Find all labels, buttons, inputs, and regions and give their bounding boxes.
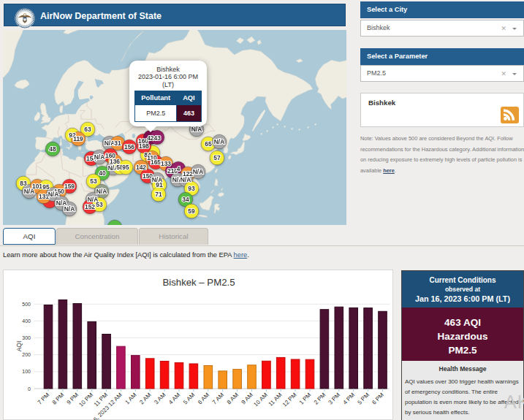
svg-text:4 AM: 4 AM	[167, 392, 181, 405]
svg-text:0: 0	[28, 386, 31, 392]
svg-text:40: 40	[99, 169, 106, 177]
svg-text:100: 100	[22, 369, 31, 374]
svg-text:1 PM: 1 PM	[298, 392, 313, 406]
svg-text:2 AM: 2 AM	[138, 392, 152, 405]
svg-text:4 PM: 4 PM	[342, 392, 357, 406]
svg-text:48: 48	[49, 145, 56, 153]
svg-text:N/A: N/A	[191, 126, 202, 133]
svg-text:N/A: N/A	[64, 205, 75, 213]
svg-text:59: 59	[188, 207, 195, 215]
svg-text:300: 300	[22, 335, 31, 340]
svg-text:198: 198	[139, 142, 149, 150]
svg-text:2 PM: 2 PM	[313, 392, 327, 406]
svg-text:4: 4	[177, 165, 181, 172]
svg-text:4243: 4243	[147, 134, 161, 142]
svg-text:3 PM: 3 PM	[327, 392, 342, 406]
svg-text:3 AM: 3 AM	[153, 392, 167, 405]
svg-text:5 AM: 5 AM	[182, 392, 196, 405]
svg-text:200: 200	[22, 352, 31, 357]
svg-text:12 PM: 12 PM	[281, 392, 298, 408]
svg-text:500: 500	[22, 302, 31, 307]
svg-text:119: 119	[73, 135, 83, 142]
svg-text:63: 63	[84, 126, 91, 133]
svg-text:156: 156	[124, 143, 134, 150]
svg-text:400: 400	[22, 318, 31, 324]
svg-text:159: 159	[64, 183, 75, 190]
svg-text:10 PM: 10 PM	[77, 392, 94, 408]
svg-text:N/A: N/A	[193, 168, 203, 175]
svg-text:93: 93	[188, 185, 195, 192]
svg-text:83: 83	[20, 180, 27, 187]
svg-text:10 AM: 10 AM	[252, 392, 269, 408]
svg-text:6 PM: 6 PM	[371, 392, 385, 406]
svg-text:142: 142	[136, 164, 146, 171]
svg-text:N/A: N/A	[48, 191, 58, 198]
svg-text:95: 95	[122, 164, 129, 171]
svg-text:6 AM: 6 AM	[197, 392, 210, 405]
svg-text:31: 31	[114, 140, 121, 147]
svg-text:N/A: N/A	[214, 138, 224, 145]
svg-text:34: 34	[182, 196, 189, 203]
svg-text:7 PM: 7 PM	[37, 392, 51, 406]
svg-text:8 PM: 8 PM	[51, 392, 66, 406]
svg-text:91: 91	[156, 181, 163, 188]
svg-text:165: 165	[151, 159, 161, 166]
svg-text:71: 71	[155, 191, 162, 198]
svg-text:65: 65	[205, 140, 212, 148]
svg-text:AQI: AQI	[15, 341, 23, 352]
svg-text:11 AM: 11 AM	[267, 392, 284, 408]
svg-text:N/A: N/A	[94, 153, 105, 161]
svg-text:7 AM: 7 AM	[211, 392, 225, 405]
svg-text:101: 101	[32, 183, 42, 190]
svg-text:53: 53	[96, 201, 103, 208]
svg-text:8 AM: 8 AM	[226, 392, 240, 405]
svg-text:95: 95	[42, 183, 50, 191]
svg-text:133: 133	[161, 160, 171, 167]
svg-text:57: 57	[213, 154, 221, 161]
svg-text:152: 152	[85, 203, 95, 210]
svg-text:1 AM: 1 AM	[124, 392, 137, 405]
svg-text:53: 53	[90, 177, 97, 185]
svg-text:N/A: N/A	[105, 140, 115, 147]
svg-text:N/A: N/A	[96, 188, 107, 195]
svg-text:N/A: N/A	[181, 176, 191, 183]
svg-text:5 PM: 5 PM	[356, 392, 371, 406]
